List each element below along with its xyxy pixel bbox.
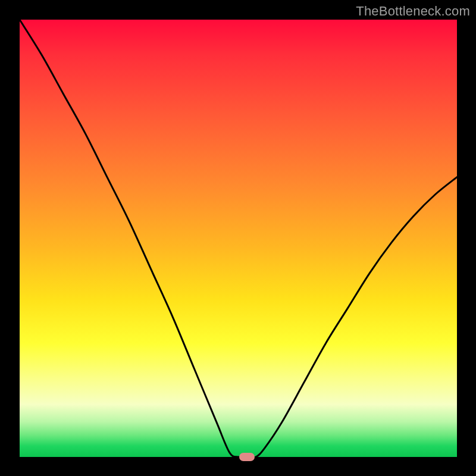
curve-svg: [20, 20, 457, 457]
chart-frame: TheBottleneck.com: [0, 0, 476, 476]
plot-area: [20, 20, 457, 457]
bottleneck-curve: [20, 20, 457, 457]
watermark-text: TheBottleneck.com: [356, 4, 470, 19]
optimal-point-marker: [239, 453, 255, 461]
